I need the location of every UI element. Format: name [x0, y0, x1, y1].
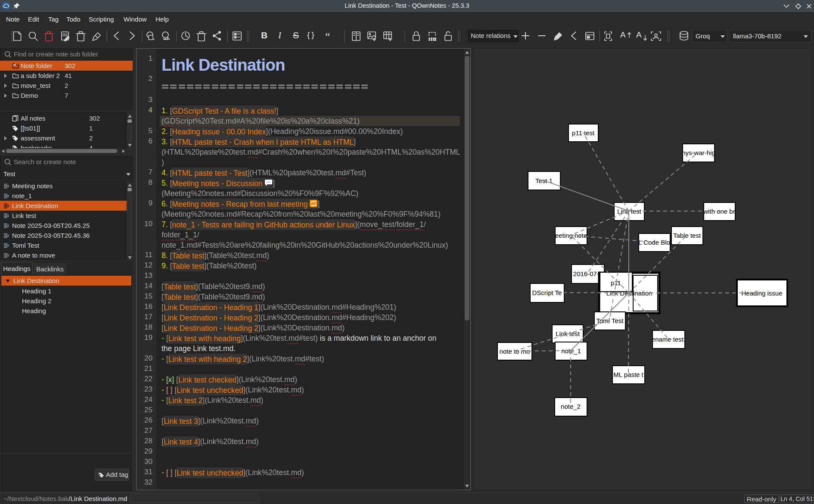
svg-text:L Code Blo: L Code Blo	[638, 239, 670, 246]
svg-text:2016-07-0: 2016-07-0	[573, 270, 603, 277]
svg-text:p11: p11	[611, 279, 621, 286]
svg-text:Table test: Table test	[673, 232, 701, 239]
svg-text:ename test:: ename test:	[652, 336, 685, 343]
svg-text:hys-war-hig: hys-war-hig	[682, 149, 715, 156]
